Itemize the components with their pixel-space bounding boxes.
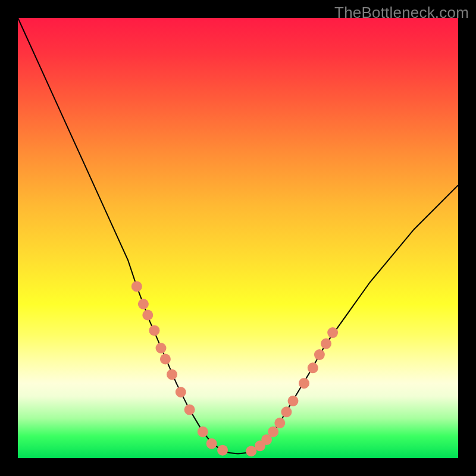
watermark-text: TheBottleneck.com bbox=[334, 4, 469, 22]
bottleneck-curve-path bbox=[18, 18, 458, 454]
data-marker bbox=[299, 378, 309, 389]
chart-plot-area bbox=[18, 18, 458, 458]
data-marker bbox=[198, 427, 208, 437]
data-marker bbox=[206, 439, 217, 449]
data-marker bbox=[138, 299, 149, 309]
data-marker bbox=[314, 349, 325, 360]
data-marker bbox=[184, 405, 195, 415]
data-marker bbox=[142, 310, 153, 321]
data-marker bbox=[268, 427, 278, 437]
chart-svg bbox=[18, 18, 458, 458]
markers-group bbox=[131, 281, 338, 456]
data-marker bbox=[288, 396, 299, 406]
data-marker bbox=[149, 325, 159, 336]
curve-group bbox=[18, 18, 458, 454]
data-marker bbox=[281, 406, 292, 417]
data-marker bbox=[327, 327, 338, 338]
chart-frame: TheBottleneck.com bbox=[0, 0, 476, 476]
data-marker bbox=[274, 418, 285, 428]
data-marker bbox=[176, 387, 186, 397]
data-marker bbox=[156, 343, 167, 353]
data-marker bbox=[321, 339, 331, 349]
data-marker bbox=[131, 281, 142, 292]
data-marker bbox=[167, 369, 177, 380]
data-marker bbox=[217, 445, 228, 456]
data-marker bbox=[160, 354, 171, 365]
data-marker bbox=[308, 362, 318, 373]
